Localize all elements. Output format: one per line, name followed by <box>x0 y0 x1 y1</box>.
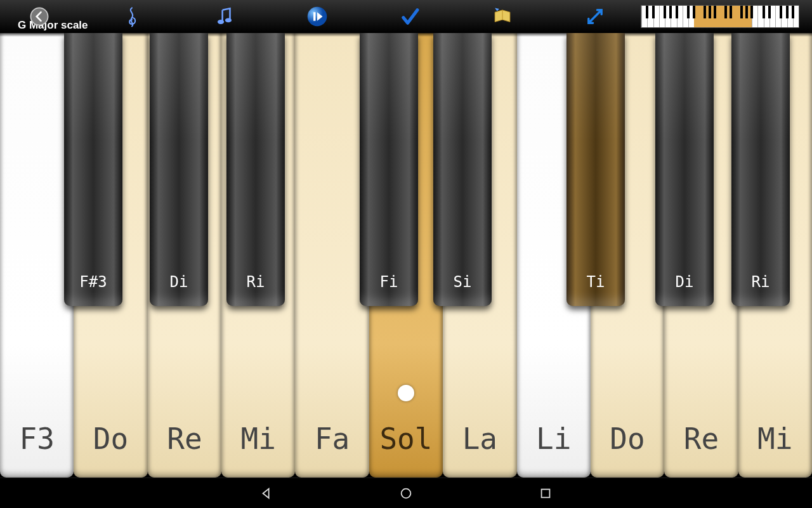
white-key-label: Mi <box>221 422 295 456</box>
svg-point-2 <box>225 18 232 23</box>
black-key-ti[interactable]: Ti <box>566 33 625 306</box>
white-key-label: Re <box>148 422 221 456</box>
white-key-label: Mi <box>738 422 812 456</box>
toolbar-icons <box>27 0 608 33</box>
music-note-icon[interactable] <box>212 4 237 29</box>
black-key-label: Di <box>150 273 208 291</box>
white-key-label: Li <box>517 422 591 456</box>
black-key-label: Di <box>655 273 714 291</box>
white-key-label: Sol <box>369 422 443 456</box>
black-key-ri[interactable]: Ri <box>226 33 285 306</box>
keyboard-overview[interactable] <box>641 5 799 28</box>
nav-recent-button[interactable] <box>536 484 555 503</box>
black-key-label: Ri <box>226 273 285 291</box>
white-key-label: Do <box>591 422 664 456</box>
book-icon[interactable] <box>490 4 515 29</box>
black-key-si[interactable]: Si <box>433 33 492 306</box>
black-key-di[interactable]: Di <box>150 33 208 306</box>
top-toolbar: G Major scale <box>0 0 812 33</box>
expand-icon[interactable] <box>582 4 608 29</box>
white-key-label: Re <box>664 422 738 456</box>
nav-home-button[interactable] <box>396 484 416 503</box>
back-button[interactable] <box>27 4 52 29</box>
black-key-label: F#3 <box>64 273 122 291</box>
treble-clef-icon[interactable] <box>119 4 145 29</box>
black-key-label: Ti <box>566 273 625 291</box>
white-key-fa[interactable]: Fa <box>295 33 369 478</box>
root-indicator-dot <box>398 385 414 401</box>
play-button[interactable] <box>304 4 330 29</box>
checkmark-icon[interactable] <box>397 4 422 29</box>
black-key-fsharp3[interactable]: F#3 <box>64 33 122 306</box>
black-key-label: Fi <box>360 273 418 291</box>
svg-rect-7 <box>542 489 550 497</box>
black-key-label: Ri <box>731 273 790 291</box>
black-key-ri[interactable]: Ri <box>731 33 790 306</box>
white-key-label: La <box>443 422 516 456</box>
android-nav-bar <box>0 478 812 508</box>
svg-point-6 <box>402 488 411 498</box>
svg-rect-5 <box>313 12 315 21</box>
nav-back-button[interactable] <box>257 484 276 503</box>
svg-point-0 <box>30 8 48 25</box>
black-key-di[interactable]: Di <box>655 33 714 306</box>
piano-keyboard: F3DoReMiFaSolLaLiDoReMi F#3DiRiFiSiTiDiR… <box>0 33 812 478</box>
black-key-fi[interactable]: Fi <box>360 33 418 306</box>
white-key-f3[interactable]: F3 <box>0 33 74 478</box>
white-key-label: Fa <box>295 422 369 456</box>
white-key-label: F3 <box>0 422 74 456</box>
white-key-label: Do <box>74 422 147 456</box>
black-key-label: Si <box>433 273 492 291</box>
